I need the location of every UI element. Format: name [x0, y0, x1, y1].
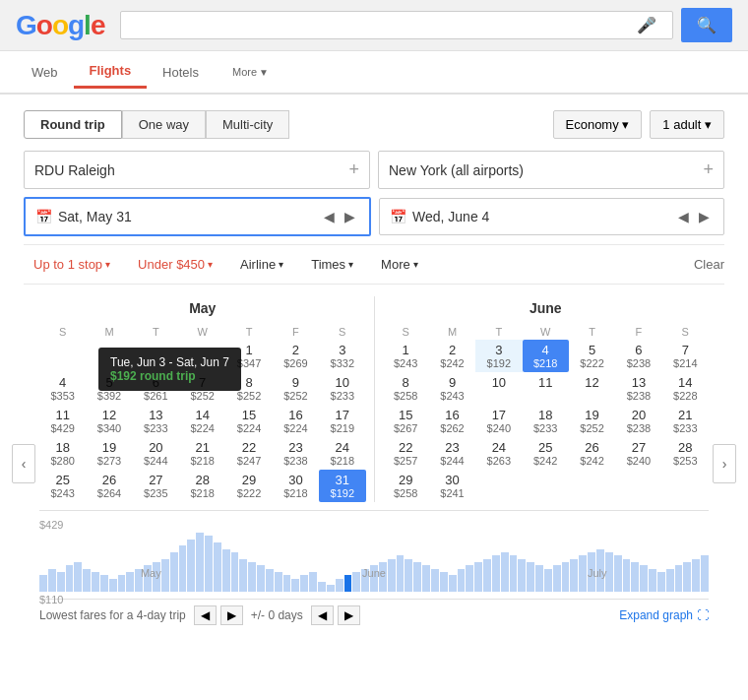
calendar-day[interactable]: 7 $214: [662, 340, 709, 372]
calendar-day[interactable]: 24 $218: [319, 437, 365, 470]
stops-filter-arrow: ▾: [105, 259, 110, 270]
clear-filter-button[interactable]: Clear: [694, 257, 724, 272]
search-button[interactable]: 🔍: [681, 8, 732, 42]
airline-filter[interactable]: Airline ▾: [230, 253, 293, 276]
depart-date-prev[interactable]: ◀: [320, 207, 339, 226]
search-input[interactable]: [129, 17, 637, 34]
calendar-container: May S M T W T F S 1: [39, 296, 709, 502]
calendar-day[interactable]: 12: [569, 372, 615, 405]
nav-more[interactable]: More ▼: [215, 58, 284, 86]
nav-web[interactable]: Web: [16, 57, 74, 88]
calendar-day[interactable]: 20 $244: [133, 437, 179, 470]
calendar-day[interactable]: 2 $269: [273, 340, 319, 372]
calendar-day[interactable]: 23 $244: [429, 437, 475, 470]
calendar-day[interactable]: 2 $242: [429, 340, 475, 372]
calendar-day[interactable]: 10: [475, 372, 522, 405]
calendar-day[interactable]: 28 $253: [662, 437, 709, 470]
calendar-day[interactable]: 4 $218: [523, 340, 569, 372]
expand-graph-button[interactable]: Expand graph ⛶: [619, 608, 709, 622]
calendar-day[interactable]: 29 $258: [383, 470, 429, 502]
nav-flights[interactable]: Flights: [74, 55, 148, 89]
days-adjust-prev[interactable]: ◀: [311, 605, 334, 625]
calendar-day[interactable]: 26 $264: [86, 470, 132, 502]
calendar-day[interactable]: 15 $224: [225, 405, 272, 437]
calendar-day[interactable]: 30 $241: [429, 470, 475, 502]
calendar-day[interactable]: 18 $280: [39, 437, 86, 470]
one-way-button[interactable]: One way: [122, 110, 206, 139]
price-filter-arrow: ▾: [208, 259, 213, 270]
calendar-day[interactable]: 6 $238: [615, 340, 661, 372]
trip-duration-prev[interactable]: ◀: [194, 605, 217, 625]
calendar-day[interactable]: 5 $222: [569, 340, 615, 372]
calendar-day[interactable]: 13 $233: [133, 405, 179, 437]
tooltip-title: Tue, Jun 3 - Sat, Jun 7: [110, 355, 229, 369]
return-date-input[interactable]: 📅 Wed, June 4 ◀ ▶: [379, 198, 724, 235]
calendar-day[interactable]: 23 $238: [273, 437, 319, 470]
depart-date-input[interactable]: 📅 Sat, May 31 ◀ ▶: [24, 197, 371, 236]
calendar-day[interactable]: 14 $224: [179, 405, 225, 437]
round-trip-button[interactable]: Round trip: [24, 110, 122, 139]
calendar-day[interactable]: 4 $353: [39, 372, 86, 405]
stops-filter[interactable]: Up to 1 stop ▾: [24, 253, 120, 276]
return-date-prev[interactable]: ◀: [674, 207, 693, 226]
calendar-day[interactable]: 16 $262: [429, 405, 475, 437]
multi-city-button[interactable]: Multi-city: [206, 110, 289, 139]
calendar-day[interactable]: 29 $222: [225, 470, 272, 502]
calendar-day[interactable]: 11 $429: [39, 405, 86, 437]
calendar-day[interactable]: 9 $243: [429, 372, 475, 405]
times-filter[interactable]: Times ▾: [301, 253, 363, 276]
depart-date-next[interactable]: ▶: [341, 207, 359, 226]
empty-cell: [523, 470, 569, 502]
calendar-day[interactable]: 31 $192: [319, 470, 365, 502]
return-date-next[interactable]: ▶: [695, 207, 714, 226]
calendar-day[interactable]: 30 $218: [273, 470, 319, 502]
calendar-day[interactable]: 13 $238: [615, 372, 661, 405]
calendar-day[interactable]: 17 $219: [319, 405, 365, 437]
destination-input[interactable]: New York (all airports) +: [378, 151, 724, 189]
calendar-day[interactable]: 8 $258: [383, 372, 429, 405]
trip-duration-next[interactable]: ▶: [220, 605, 243, 625]
calendar-prev-button[interactable]: ‹: [12, 444, 35, 483]
calendar-day[interactable]: 19 $252: [569, 405, 615, 437]
origin-input[interactable]: RDU Raleigh +: [24, 151, 370, 189]
calendar-day[interactable]: 25 $242: [523, 437, 569, 470]
calendar-day[interactable]: 21 $218: [179, 437, 225, 470]
calendar-day[interactable]: 24 $263: [475, 437, 522, 470]
calendar-next-button[interactable]: ›: [713, 444, 736, 483]
calendar-day[interactable]: 9 $252: [273, 372, 319, 405]
calendar-day[interactable]: 1 $243: [383, 340, 429, 372]
price-filter[interactable]: Under $450 ▾: [128, 253, 222, 276]
calendar-day[interactable]: 20 $238: [615, 405, 661, 437]
calendar-day[interactable]: 15 $267: [383, 405, 429, 437]
microphone-icon[interactable]: 🎤: [637, 16, 656, 34]
calendar-day[interactable]: 3 $332: [319, 340, 365, 372]
trip-type-row: Round trip One way Multi-city Economy ▾ …: [24, 110, 724, 139]
calendar-day[interactable]: 12 $340: [86, 405, 132, 437]
calendar-day[interactable]: 27 $235: [133, 470, 179, 502]
calendar-day[interactable]: 22 $247: [225, 437, 272, 470]
calendar-day[interactable]: 17 $240: [475, 405, 522, 437]
class-select[interactable]: Economy ▾: [553, 110, 643, 139]
col-wed: W: [179, 324, 225, 340]
calendar-day[interactable]: 16 $224: [273, 405, 319, 437]
times-filter-arrow: ▾: [348, 259, 353, 270]
passengers-select[interactable]: 1 adult ▾: [650, 110, 724, 139]
calendar-day[interactable]: 25 $243: [39, 470, 86, 502]
calendar-day[interactable]: 3 $192: [475, 340, 522, 372]
chart-bar: [336, 579, 343, 592]
nav-hotels[interactable]: Hotels: [147, 57, 215, 88]
more-filter[interactable]: More ▾: [371, 253, 428, 276]
calendar-day[interactable]: 14 $228: [662, 372, 709, 405]
tooltip-price: $192 round trip: [110, 369, 229, 383]
days-adjust-next[interactable]: ▶: [338, 605, 360, 625]
calendar-day[interactable]: 26 $242: [569, 437, 615, 470]
calendar-day[interactable]: 21 $233: [662, 405, 709, 437]
calendar-day[interactable]: 19 $273: [86, 437, 132, 470]
calendar-day[interactable]: 10 $233: [319, 372, 365, 405]
calendar-day[interactable]: 11: [523, 372, 569, 405]
calendar-day[interactable]: 28 $218: [179, 470, 225, 502]
calendar-day[interactable]: 18 $233: [523, 405, 569, 437]
calendar-day[interactable]: 27 $240: [615, 437, 661, 470]
empty-cell: [569, 470, 615, 502]
calendar-day[interactable]: 22 $257: [383, 437, 429, 470]
